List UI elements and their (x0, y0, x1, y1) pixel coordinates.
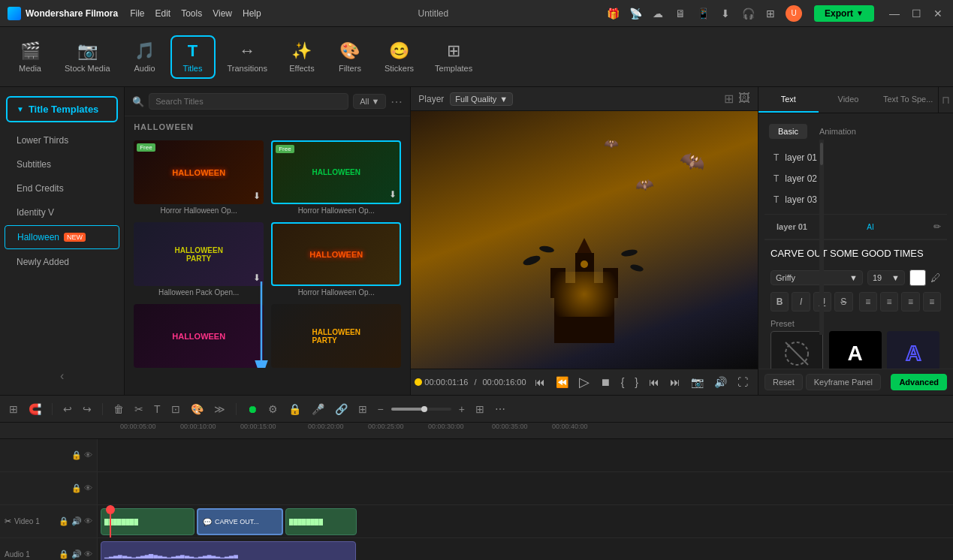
sidebar-item-halloween[interactable]: Halloween NEW (5, 225, 119, 249)
tl-forward-button[interactable]: ≫ (211, 402, 228, 417)
tl-zoom-in-button[interactable]: + (456, 402, 468, 417)
tl-text-button[interactable]: T (151, 402, 164, 417)
headset-icon[interactable]: 🎧 (740, 6, 755, 21)
size-select[interactable]: 19 ▼ (867, 270, 905, 285)
mark-in-button[interactable]: { (619, 376, 627, 388)
export-button[interactable]: Export ▼ (814, 5, 874, 22)
tl-undo-button[interactable]: ↩ (60, 402, 75, 417)
next-clip-button[interactable]: ⏭ (668, 376, 683, 388)
scroll-indicator[interactable] (819, 140, 824, 335)
tl-magnet-icon[interactable]: 🧲 (26, 402, 44, 417)
tool-stock-media[interactable]: 📷 Stock Media (56, 37, 119, 77)
track-3-lock[interactable]: 🔒 (71, 450, 82, 460)
phone-icon[interactable]: 📱 (695, 6, 710, 21)
sidebar-item-newly-added[interactable]: Newly Added (5, 251, 119, 273)
menu-help[interactable]: Help (243, 8, 261, 19)
download-icon-1[interactable]: ⬇ (253, 191, 261, 201)
align-right-button[interactable]: ≡ (901, 292, 919, 312)
tl-cut-button[interactable]: ✂ (131, 402, 146, 417)
color-swatch[interactable] (909, 269, 926, 286)
align-justify-button[interactable]: ≡ (923, 292, 941, 312)
tl-zoom-out-button[interactable]: − (375, 402, 387, 417)
download-icon[interactable]: ⬇ (718, 6, 733, 21)
tl-grid-button[interactable]: ⊞ (472, 402, 487, 417)
track-1-lock[interactable]: 🔒 (59, 516, 69, 526)
download-icon-3[interactable]: ⬇ (253, 272, 261, 283)
monitor-icon[interactable]: 🖥 (673, 6, 688, 21)
tool-titles[interactable]: T Titles (170, 35, 216, 79)
text-content-display[interactable]: CARVE OUT SOME GOOD TIMES (771, 245, 941, 266)
menu-tools[interactable]: Tools (181, 8, 202, 19)
tl-audio-clip[interactable]: ▁▂▃▄▃▂▁▂▃▄▅▄▃▂▁▂▃▄▃▂▁▂▃▄▃▂▁▂▃▄ (101, 541, 356, 560)
audio-mute[interactable]: 🔊 (71, 549, 82, 559)
color-picker-icon[interactable]: 🖊 (930, 272, 941, 284)
frame-back-button[interactable]: ⏪ (553, 376, 571, 388)
preset-item-2[interactable]: A (887, 331, 939, 369)
prev-clip-button[interactable]: ⏮ (647, 376, 662, 388)
snapshot-button[interactable]: 📷 (689, 376, 706, 388)
tl-video-clip-1[interactable]: ████████ (101, 508, 195, 535)
tl-video-clip-2[interactable]: ████████ (285, 508, 357, 535)
audio-track-content[interactable]: ▁▂▃▄▃▂▁▂▃▄▅▄▃▂▁▂▃▄▃▂▁▂▃▄▃▂▁▂▃▄ (98, 538, 953, 560)
sidebar-item-identity-v[interactable]: Identity V (5, 201, 119, 224)
tab-text-to-speech[interactable]: Text To Spe... (878, 87, 938, 113)
template-card-4[interactable]: HALLOWEEN Horror Halloween Op... (271, 222, 401, 297)
layer-item-1[interactable]: T layer 01 (768, 148, 944, 167)
keyframe-panel-button[interactable]: Keyframe Panel (806, 374, 881, 390)
sidebar-item-subtitles[interactable]: Subtitles (5, 153, 119, 176)
subtab-animation[interactable]: Animation (810, 124, 865, 139)
preset-item-0[interactable] (771, 331, 823, 369)
maximize-button[interactable]: ☐ (909, 8, 924, 20)
menu-edit[interactable]: Edit (155, 8, 170, 19)
minimize-button[interactable]: — (886, 8, 903, 20)
sidebar-item-end-credits[interactable]: End Credits (5, 177, 119, 200)
more-options-button[interactable]: ⋯ (391, 95, 403, 109)
track-2-content[interactable] (98, 472, 953, 504)
tl-color-button[interactable]: 🎨 (188, 402, 207, 417)
stop-button[interactable]: ⏹ (598, 376, 613, 388)
search-input[interactable] (149, 93, 348, 110)
tl-more-button[interactable]: ⋯ (492, 402, 508, 417)
cloud-icon[interactable]: ☁ (650, 6, 665, 21)
advanced-button[interactable]: Advanced (891, 374, 947, 390)
align-left-button[interactable]: ≡ (859, 292, 877, 312)
menu-file[interactable]: File (130, 8, 144, 19)
strikethrough-button[interactable]: S (834, 292, 852, 312)
font-select[interactable]: Griffy ▼ (771, 270, 863, 285)
tl-pip-button[interactable]: ⊞ (355, 402, 370, 417)
sidebar-item-lower-thirds[interactable]: Lower Thirds (5, 129, 119, 152)
tool-audio[interactable]: 🎵 Audio (122, 37, 167, 77)
tool-effects[interactable]: ✨ Effects (279, 37, 324, 77)
track-1-mute[interactable]: 🔊 (71, 516, 82, 526)
gift-icon[interactable]: 🎁 (605, 6, 620, 21)
play-button[interactable]: ▷ (577, 374, 592, 390)
track-2-lock[interactable]: 🔒 (71, 483, 82, 493)
tl-link-button[interactable]: 🔗 (332, 402, 351, 417)
preset-item-1[interactable]: A (829, 331, 882, 369)
tl-crop-button[interactable]: ⊡ (168, 402, 183, 417)
apps-icon[interactable]: ⊞ (763, 6, 778, 21)
close-button[interactable]: ✕ (930, 8, 945, 20)
reset-button[interactable]: Reset (765, 374, 803, 390)
layer-item-3[interactable]: T layer 03 (768, 190, 944, 209)
subtab-basic[interactable]: Basic (769, 124, 807, 139)
avatar[interactable]: U (786, 5, 802, 22)
tool-transitions[interactable]: ↔ Transitions (219, 37, 276, 77)
track-1-content[interactable]: ████████ 💬 CARVE OUT... ████████ (98, 505, 953, 537)
template-card-3[interactable]: HALLOWEENPARTY ⬇ Halloween Pack Open... (134, 222, 264, 297)
skip-back-button[interactable]: ⏮ (532, 376, 547, 388)
tl-layout-icon[interactable]: ⊞ (6, 402, 21, 417)
tab-video[interactable]: Video (819, 87, 879, 113)
template-card-5[interactable]: HALLOWEEN (134, 304, 264, 370)
tool-templates[interactable]: ⊞ Templates (426, 37, 481, 77)
tl-settings-button[interactable]: ⚙ (265, 402, 281, 417)
template-card-1[interactable]: Free HALLOWEEN ⬇ Horror Halloween Op... (134, 140, 264, 215)
template-card-6[interactable]: HALLOWEENPARTY (271, 304, 401, 370)
share-icon[interactable]: 📡 (628, 6, 643, 21)
align-center-button[interactable]: ≡ (880, 292, 898, 312)
bold-button[interactable]: B (771, 292, 789, 312)
fullscreen-button[interactable]: ⛶ (735, 376, 750, 388)
filter-button[interactable]: All ▼ (353, 94, 386, 109)
tl-title-clip[interactable]: 💬 CARVE OUT... (197, 508, 283, 535)
track-3-eye[interactable]: 👁 (84, 450, 92, 460)
